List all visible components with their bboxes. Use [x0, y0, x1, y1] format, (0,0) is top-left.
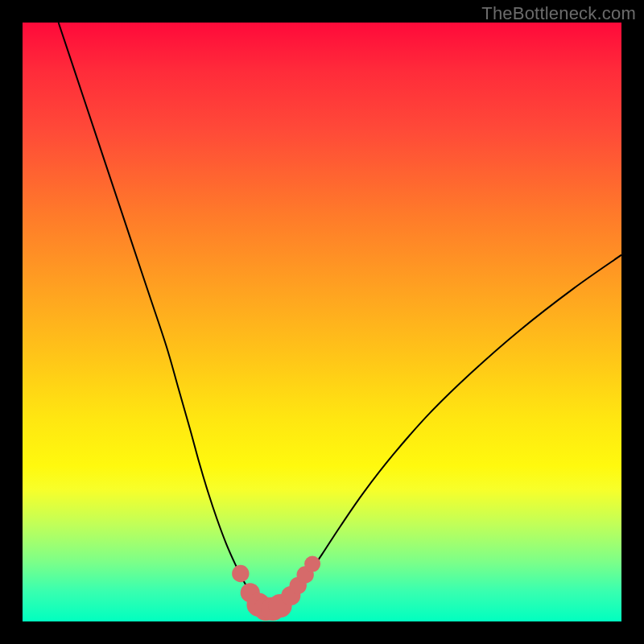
curve-layer: [59, 23, 621, 609]
chart-frame: TheBottleneck.com: [0, 0, 644, 644]
curve-marker: [304, 556, 320, 572]
watermark-text: TheBottleneck.com: [481, 3, 636, 24]
chart-svg: [23, 23, 621, 621]
left-curve: [59, 23, 259, 604]
plot-area: [23, 23, 621, 621]
right-curve: [283, 255, 621, 604]
marker-layer: [232, 556, 320, 621]
curve-marker: [232, 565, 249, 582]
